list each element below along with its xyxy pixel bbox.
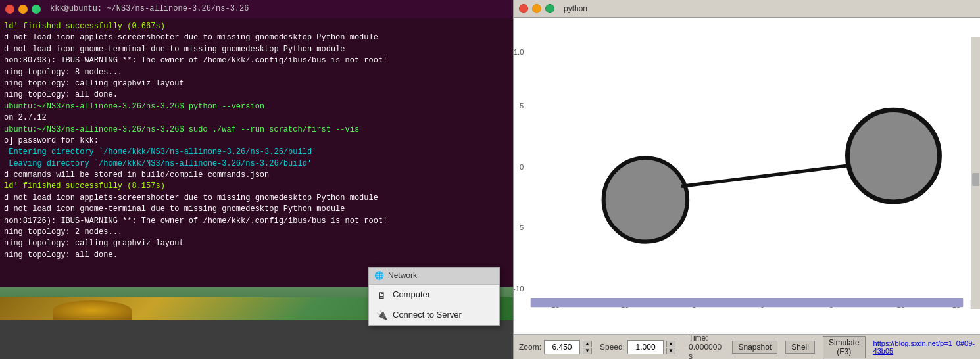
speed-label: Speed:: [600, 343, 625, 352]
svg-point-14: [604, 158, 687, 241]
zoom-spinner[interactable]: ▲ ▼: [583, 341, 592, 354]
zoom-input[interactable]: [544, 340, 580, 354]
dropdown-header: 🌐 Network: [369, 268, 499, 285]
terminal-line: ning topology: calling graphviz layout: [4, 78, 509, 89]
terminal-line: Leaving directory `/home/kkk/NS3/ns-alli…: [4, 158, 509, 170]
terminal-minimize-button[interactable]: [18, 5, 28, 14]
speed-up-button[interactable]: ▲: [666, 341, 675, 347]
network-icon: 🌐: [374, 270, 384, 281]
svg-text:0: 0: [520, 163, 524, 171]
svg-text:-5: -5: [517, 102, 524, 110]
time-display: Time: 0.000000 s: [689, 333, 724, 359]
svg-rect-13: [531, 298, 964, 307]
terminal-titlebar: kkk@ubuntu: ~/NS3/ns-allinone-3.26/ns-3.…: [0, 0, 513, 18]
taskbar-panel: 🌐 Network 🖥 Computer 🔌 Connect to Server: [0, 287, 513, 359]
terminal-line: ld' finished successfully (0.667s): [4, 21, 509, 32]
terminal-line: ning topology: all done.: [4, 89, 509, 101]
svg-text:-1.0: -1.0: [514, 48, 524, 56]
connect-to-server-item[interactable]: 🔌 Connect to Server: [369, 305, 499, 325]
snapshot-button[interactable]: Snapshot: [732, 341, 777, 354]
terminal-line: ld' finished successfully (8.157s): [4, 181, 509, 192]
terminal-line: ubuntu:~/NS3/ns-allinone-3.26/ns-3.26$ p…: [4, 101, 509, 112]
terminal-line: d not load icon gnome-terminal due to mi…: [4, 204, 509, 215]
zoom-down-button[interactable]: ▼: [583, 348, 592, 354]
zoom-label: Zoom:: [519, 343, 541, 352]
file-manager-dropdown[interactable]: 🌐 Network 🖥 Computer 🔌 Connect to Server: [368, 267, 500, 326]
terminal-close-button[interactable]: [5, 5, 14, 14]
computer-icon: 🖥: [376, 289, 387, 301]
speed-group: Speed: ▲ ▼: [600, 340, 675, 354]
terminal-line: hon:81726): IBUS-WARNING **: The owner o…: [4, 216, 509, 227]
python-minimize-button[interactable]: [532, 4, 541, 13]
svg-text:5: 5: [520, 224, 524, 231]
terminal-line: d not load icon gnome-terminal due to mi…: [4, 44, 509, 55]
network-canvas[interactable]: -1.0 -5 0 5 -10 -15 -10 -5 0 5 10 15: [514, 18, 980, 334]
terminal-line: ning topology: 2 nodes...: [4, 227, 509, 238]
terminal-line: hon:80793): IBUS-WARNING **: The owner o…: [4, 55, 509, 66]
speed-down-button[interactable]: ▼: [666, 348, 675, 354]
terminal-maximize-button[interactable]: [32, 5, 41, 14]
terminal-line: ning topology: calling graphviz layout: [4, 238, 509, 249]
terminal-title: kkk@ubuntu: ~/NS3/ns-allinone-3.26/ns-3.…: [50, 3, 249, 14]
zoom-up-button[interactable]: ▲: [583, 341, 592, 347]
dropdown-header-label: Network: [388, 270, 417, 281]
speed-spinner[interactable]: ▲ ▼: [666, 341, 675, 354]
connect-server-label: Connect to Server: [393, 309, 462, 322]
terminal-line: d not load icon applets-screenshooter du…: [4, 193, 509, 204]
python-window-title: python: [564, 4, 587, 13]
terminal-line: o] password for kkk:: [4, 135, 509, 147]
python-close-button[interactable]: [519, 4, 528, 13]
terminal-line: ning topology: 8 nodes...: [4, 67, 509, 78]
terminal-line: d commands will be stored in build/compi…: [4, 170, 509, 181]
computer-item[interactable]: 🖥 Computer: [369, 285, 499, 305]
python-titlebar: python: [514, 0, 980, 18]
terminal-line: d not load icon applets-screenshooter du…: [4, 32, 509, 43]
computer-label: Computer: [393, 289, 430, 301]
info-link[interactable]: https://blog.sxdn.net/p=1_0#09-43b05: [873, 339, 975, 355]
terminal-window[interactable]: kkk@ubuntu: ~/NS3/ns-allinone-3.26/ns-3.…: [0, 0, 513, 359]
terminal-line: ning topology: all done.: [4, 250, 509, 261]
network-visualization: -1.0 -5 0 5 -10 -15 -10 -5 0 5 10 15: [514, 18, 980, 334]
svg-point-15: [848, 110, 940, 202]
terminal-line: Entering directory `/home/kkk/NS3/ns-all…: [4, 147, 509, 158]
shell-button[interactable]: Shell: [785, 341, 815, 354]
zoom-group: Zoom: ▲ ▼: [519, 340, 592, 354]
python-visualizer-window[interactable]: python -1.0 -5 0 5 -10 -15 -10 -5 0 5 10: [513, 0, 980, 359]
speed-input[interactable]: [627, 340, 664, 354]
python-maximize-button[interactable]: [545, 4, 554, 13]
svg-text:-10: -10: [514, 285, 524, 293]
terminal-line: ubuntu:~/NS3/ns-allinone-3.26/ns-3.26$ s…: [4, 124, 509, 135]
terminal-line: on 2.7.12: [4, 112, 509, 124]
python-toolbar: Zoom: ▲ ▼ Speed: ▲ ▼ Time: 0.000000 s Sn…: [514, 334, 980, 359]
simulate-button[interactable]: Simulate (F3): [823, 336, 866, 358]
connect-server-icon: 🔌: [376, 310, 387, 322]
